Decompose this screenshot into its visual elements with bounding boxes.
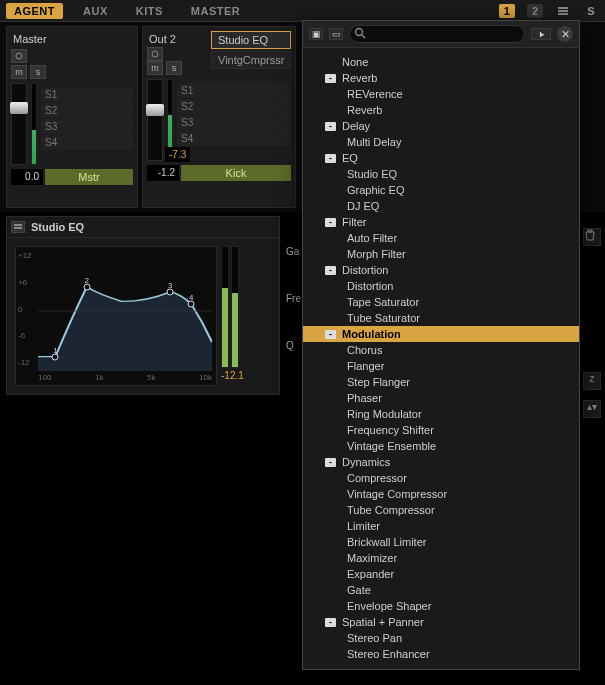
tree-label: Spatial + Panner (342, 616, 424, 628)
tree-item[interactable]: Tube Compressor (303, 502, 579, 518)
tree-category[interactable]: -Reverb (303, 70, 579, 86)
tab-kits[interactable]: KITS (128, 3, 171, 19)
tree-category[interactable]: None (303, 54, 579, 70)
fader[interactable] (147, 79, 163, 161)
collapse-toggle-icon[interactable]: - (325, 154, 336, 163)
tree-label: Studio EQ (347, 168, 397, 180)
send-3[interactable]: S3 (41, 119, 133, 134)
tree-item[interactable]: Maximizer (303, 550, 579, 566)
tree-category[interactable]: -Spatial + Panner (303, 614, 579, 630)
tree-label: Chorus (347, 344, 382, 356)
tree-item[interactable]: DJ EQ (303, 198, 579, 214)
tab-agent[interactable]: AGENT (6, 3, 63, 19)
tree-item[interactable]: Ring Modulator (303, 406, 579, 422)
channel-label[interactable]: Kick (181, 165, 291, 181)
tree-item[interactable]: Stereo Pan (303, 630, 579, 646)
collapse-toggle-icon[interactable]: - (325, 122, 336, 131)
tree-item[interactable]: Envelope Shaper (303, 598, 579, 614)
collapse-toggle-icon[interactable]: - (325, 266, 336, 275)
page-2[interactable]: 2 (527, 4, 543, 18)
spinner[interactable]: ▴▾ (583, 400, 601, 418)
collapse-toggle-icon[interactable]: - (325, 458, 336, 467)
expand-all-icon[interactable]: ▣ (309, 28, 323, 40)
tree-item[interactable]: Graphic EQ (303, 182, 579, 198)
send-4[interactable]: S4 (41, 135, 133, 150)
tree-item[interactable]: Auto Filter (303, 230, 579, 246)
mute-button[interactable]: m (147, 61, 163, 75)
solo-button[interactable]: s (166, 61, 182, 75)
settings-icon[interactable] (555, 3, 571, 19)
bypass-icon[interactable] (11, 221, 25, 233)
collapse-all-icon[interactable]: ▭ (329, 28, 343, 40)
solo-button[interactable]: s (30, 65, 46, 79)
channel-label[interactable]: Mstr (45, 169, 133, 185)
tree-category[interactable]: -Modulation (303, 326, 579, 342)
tree-item[interactable]: Stereo Enhancer (303, 646, 579, 662)
tree-category[interactable]: -EQ (303, 150, 579, 166)
tree-item[interactable]: Multi Delay (303, 134, 579, 150)
tree-item[interactable]: Tube Saturator (303, 310, 579, 326)
collapse-toggle-icon[interactable]: - (325, 74, 336, 83)
send-2[interactable]: S2 (177, 99, 291, 114)
eq-node-label: 2 (84, 276, 88, 285)
tree-item[interactable]: Morph Filter (303, 246, 579, 262)
tree-label: Compressor (347, 472, 407, 484)
eq-graph[interactable]: +12 +6 0 -6 -12 1 2 3 4 (15, 246, 217, 386)
tree-item[interactable]: Flanger (303, 358, 579, 374)
mute-button[interactable]: m (11, 65, 27, 79)
tree-category[interactable]: -Delay (303, 118, 579, 134)
tree-item[interactable]: Vintage Compressor (303, 486, 579, 502)
tree-item[interactable]: REVerence (303, 86, 579, 102)
collapse-toggle-icon[interactable]: - (325, 330, 336, 339)
send-3[interactable]: S3 (177, 115, 291, 130)
power-icon[interactable] (147, 47, 163, 61)
tree-item[interactable]: Tape Saturator (303, 294, 579, 310)
tree-label: DJ EQ (347, 200, 379, 212)
fader-value[interactable]: -1.2 (147, 165, 179, 181)
send-4[interactable]: S4 (177, 131, 291, 146)
send-2[interactable]: S2 (41, 103, 133, 118)
tree-item[interactable]: Expander (303, 566, 579, 582)
tree-label: Phaser (347, 392, 382, 404)
send-1[interactable]: S1 (41, 87, 133, 102)
search-input[interactable] (349, 25, 525, 43)
tab-master[interactable]: MASTER (183, 3, 248, 19)
tree-item[interactable]: Frequency Shifter (303, 422, 579, 438)
page-1[interactable]: 1 (499, 4, 515, 18)
collapse-toggle-icon[interactable]: - (325, 218, 336, 227)
collapse-toggle-icon[interactable] (325, 58, 336, 67)
tab-aux[interactable]: AUX (75, 3, 116, 19)
tree-item[interactable]: Studio EQ (303, 166, 579, 182)
prev-next-icon[interactable]: ıı▸ (531, 28, 551, 40)
tree-category[interactable]: -Distortion (303, 262, 579, 278)
svg-rect-1 (558, 10, 568, 12)
tree-item[interactable]: Gate (303, 582, 579, 598)
tree-label: Stereo Enhancer (347, 648, 430, 660)
trash-icon[interactable] (583, 228, 601, 246)
tree-label: Stereo Pan (347, 632, 402, 644)
tree-label: Distortion (342, 264, 388, 276)
tree-item[interactable]: Distortion (303, 278, 579, 294)
power-icon[interactable] (11, 49, 27, 63)
fader[interactable] (11, 83, 27, 165)
insert-slot-selected[interactable]: Studio EQ (211, 31, 291, 49)
tree-item[interactable]: Reverb (303, 102, 579, 118)
tree-item[interactable]: Phaser (303, 390, 579, 406)
tree-category[interactable]: -Filter (303, 214, 579, 230)
tree-category[interactable]: -Dynamics (303, 454, 579, 470)
s-icon[interactable]: S (583, 3, 599, 19)
svg-rect-6 (14, 227, 22, 229)
tree-item[interactable]: Vintage Ensemble (303, 438, 579, 454)
tree-item[interactable]: Compressor (303, 470, 579, 486)
fader-value[interactable]: 0.0 (11, 169, 43, 185)
tree-item[interactable]: Brickwall Limiter (303, 534, 579, 550)
send-1[interactable]: S1 (177, 83, 291, 98)
tree-item[interactable]: Chorus (303, 342, 579, 358)
tree-label: Gate (347, 584, 371, 596)
tree-item[interactable]: Step Flanger (303, 374, 579, 390)
tree-item[interactable]: Limiter (303, 518, 579, 534)
insert-slot[interactable]: VintgCmprssr (211, 51, 291, 69)
collapse-toggle-icon[interactable]: - (325, 618, 336, 627)
unit-field[interactable]: z (583, 372, 601, 390)
close-icon[interactable]: ✕ (557, 26, 573, 42)
